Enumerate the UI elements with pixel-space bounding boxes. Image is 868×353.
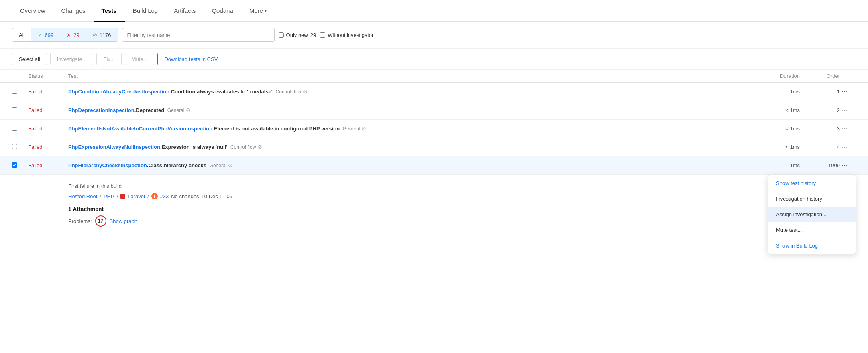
tab-artifacts[interactable]: Artifacts xyxy=(166,0,204,21)
order-cell: 1 xyxy=(800,89,840,95)
test-tag: General xyxy=(210,163,227,168)
mute-icon[interactable]: ⊘ xyxy=(228,162,233,168)
filter-toolbar: All ✓ 699 ✕ 29 ⊘ 1176 Only new 29 Withou… xyxy=(0,22,868,49)
test-tag: General xyxy=(343,126,360,132)
select-all-button[interactable]: Select all xyxy=(12,53,47,65)
order-cell: 4 xyxy=(800,144,840,150)
breadcrumb: Hosted Root / PHP / Laravel / ! #33 No c… xyxy=(68,193,856,199)
row-more-button-1[interactable]: ··· xyxy=(840,87,849,96)
table-row: Failed PhpElementIsNotAvailableInCurrent… xyxy=(0,120,868,138)
problems-label: Problems: xyxy=(68,218,92,224)
test-name-cell: PhpConditionAlreadyCheckedInspection.Con… xyxy=(68,88,752,96)
search-input[interactable] xyxy=(122,28,275,42)
header-duration: Duration xyxy=(752,73,800,79)
row-checkbox-1[interactable] xyxy=(12,89,17,94)
tab-buildlog[interactable]: Build Log xyxy=(125,0,166,21)
row-checkbox-2[interactable] xyxy=(12,107,17,112)
tab-more[interactable]: More ▾ xyxy=(241,0,275,21)
attachment-title: 1 Attachment xyxy=(68,206,856,212)
table-header: Status Test Duration Order xyxy=(0,70,868,83)
breadcrumb-root[interactable]: Hosted Root xyxy=(68,193,97,199)
show-graph-link[interactable]: Show graph xyxy=(110,218,137,224)
fix-button[interactable]: Fix... xyxy=(96,53,121,65)
filter-failed-button[interactable]: ✕ 29 xyxy=(60,28,86,41)
test-name-cell: PhpExpressionAlwaysNullInspection.Expres… xyxy=(68,143,752,151)
breadcrumb-project[interactable]: Laravel xyxy=(128,193,145,199)
order-cell: 2 xyxy=(800,107,840,113)
tab-overview[interactable]: Overview xyxy=(12,0,53,21)
context-menu-item-investigation-history[interactable]: Investigation history xyxy=(768,191,856,207)
without-investigator-filter[interactable]: Without investigator xyxy=(320,32,373,38)
test-table: Status Test Duration Order Failed PhpCon… xyxy=(0,70,868,175)
filter-all-button[interactable]: All xyxy=(12,28,31,41)
breadcrumb-build[interactable]: #33 xyxy=(160,193,169,199)
row-checkbox-4[interactable] xyxy=(12,144,17,149)
test-link[interactable]: PhpElementIsNotAvailableInCurrentPhpVers… xyxy=(68,126,212,132)
row-more-button-3[interactable]: ··· xyxy=(840,124,849,133)
mute-button[interactable]: Mute... xyxy=(125,53,155,65)
no-changes-text: No changes xyxy=(171,193,199,199)
row-more-button-2[interactable]: ··· xyxy=(840,106,849,114)
row-checkbox-5[interactable] xyxy=(12,162,17,168)
investigate-button[interactable]: Investigate... xyxy=(50,53,94,65)
row-more-button-5[interactable]: ··· xyxy=(840,161,849,170)
context-menu-item-assign-investigation[interactable]: Assign investigation... xyxy=(768,207,856,222)
status-badge: Failed xyxy=(28,107,68,113)
status-filter-group: All ✓ 699 ✕ 29 ⊘ 1176 xyxy=(12,28,118,42)
only-new-checkbox[interactable] xyxy=(279,32,284,38)
x-icon: ✕ xyxy=(67,32,71,38)
context-menu-item-show-test-history[interactable]: Show test history xyxy=(768,175,856,191)
table-row: Failed PhpExpressionAlwaysNullInspection… xyxy=(0,138,868,156)
table-row: Failed PhpDeprecationInspection.Deprecat… xyxy=(0,101,868,120)
test-tag: Control flow xyxy=(230,144,256,150)
test-desc: .Expression is always 'null' xyxy=(160,144,227,150)
download-csv-button[interactable]: Download tests in CSV xyxy=(157,53,224,65)
breadcrumb-sep: / xyxy=(147,193,149,199)
breadcrumb-sep: / xyxy=(117,193,118,199)
only-new-count: 29 xyxy=(310,32,316,38)
test-link[interactable]: PhpExpressionAlwaysNullInspection xyxy=(68,144,160,150)
table-row: Failed PhpConditionAlreadyCheckedInspect… xyxy=(0,83,868,101)
context-menu-item-mute-test[interactable]: Mute test... xyxy=(768,222,856,238)
test-desc: .Element is not available in configured … xyxy=(212,126,340,132)
only-new-label: Only new xyxy=(286,32,308,38)
test-link[interactable]: PhpHierarchyChecksInspection xyxy=(68,162,147,168)
duration-cell: 1ms xyxy=(752,89,800,95)
mute-icon: ⊘ xyxy=(93,32,97,38)
header-status: Status xyxy=(28,73,68,79)
without-investigator-checkbox[interactable] xyxy=(320,32,325,38)
breadcrumb-lang[interactable]: PHP xyxy=(104,193,114,199)
problems-count: 17 xyxy=(95,215,106,227)
filter-passed-button[interactable]: ✓ 699 xyxy=(31,28,60,41)
tab-qodana[interactable]: Qodana xyxy=(204,0,241,21)
row-more-button-4[interactable]: ··· xyxy=(840,143,849,151)
test-link[interactable]: PhpDeprecationInspection xyxy=(68,107,134,113)
without-investigator-label: Without investigator xyxy=(328,32,373,38)
mute-icon[interactable]: ⊘ xyxy=(303,88,308,95)
context-menu: Show test history Investigation history … xyxy=(768,175,856,254)
order-cell: 3 xyxy=(800,126,840,132)
tab-tests[interactable]: Tests xyxy=(94,0,125,21)
tab-changes[interactable]: Changes xyxy=(53,0,94,21)
duration-cell: 1ms xyxy=(752,162,800,168)
duration-cell: < 1ms xyxy=(752,126,800,132)
nav-tabs: Overview Changes Tests Build Log Artifac… xyxy=(0,0,868,22)
test-name-cell: PhpHierarchyChecksInspection.Class hiera… xyxy=(68,162,752,170)
build-date-text: 10 Dec 11:09 xyxy=(202,193,232,199)
action-toolbar: Select all Investigate... Fix... Mute...… xyxy=(0,49,868,70)
filter-muted-button[interactable]: ⊘ 1176 xyxy=(86,28,118,41)
row-checkbox-3[interactable] xyxy=(12,126,17,131)
attachment-section: 1 Attachment Problems: 17 Show graph xyxy=(68,206,856,227)
mute-icon[interactable]: ⊘ xyxy=(361,125,366,132)
warning-icon: ! xyxy=(151,193,158,199)
only-new-filter[interactable]: Only new 29 xyxy=(279,32,316,38)
mute-icon[interactable]: ⊘ xyxy=(257,144,262,150)
header-test: Test xyxy=(68,73,752,79)
test-link[interactable]: PhpConditionAlreadyCheckedInspection xyxy=(68,89,169,95)
chevron-down-icon: ▾ xyxy=(265,8,267,13)
project-status-icon xyxy=(120,194,125,199)
context-menu-item-show-in-build-log[interactable]: Show in Build Log xyxy=(768,238,856,254)
status-badge: Failed xyxy=(28,126,68,132)
breadcrumb-sep: / xyxy=(100,193,101,199)
mute-icon[interactable]: ⊘ xyxy=(186,107,191,113)
